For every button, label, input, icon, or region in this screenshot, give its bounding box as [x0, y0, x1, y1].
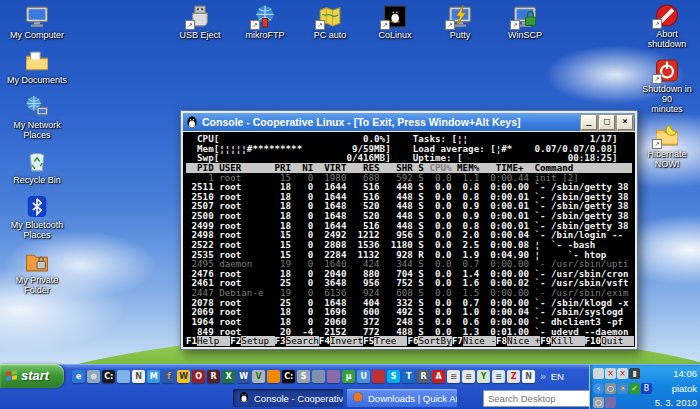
language-indicator[interactable]: EN: [551, 371, 564, 382]
fkey-f4[interactable]: F4: [319, 336, 330, 346]
desktop-icon-colinux[interactable]: ↗CoLinux: [367, 4, 423, 40]
teamviewer-icon[interactable]: T: [402, 370, 415, 383]
network-disconnected-1-icon[interactable]: ×: [605, 368, 616, 379]
console-app-icon[interactable]: C:: [102, 370, 115, 383]
red-app-icon[interactable]: [372, 370, 385, 383]
fkey-f7[interactable]: F7: [452, 336, 463, 346]
desktop-icon-my-documents[interactable]: My Documents: [6, 49, 68, 85]
tray-collapse-chevron-icon[interactable]: ‹: [593, 383, 604, 394]
notepad-icon[interactable]: N: [132, 370, 145, 383]
usb-tool-icon[interactable]: U: [357, 370, 370, 383]
maximize-button[interactable]: □: [599, 115, 615, 130]
remote-desktop-icon[interactable]: R: [417, 370, 430, 383]
tux-icon: [185, 115, 199, 129]
firefox-icon[interactable]: f: [162, 370, 175, 383]
document-1-icon[interactable]: ≡: [447, 370, 460, 383]
bluetooth-tray-icon[interactable]: B: [641, 383, 652, 394]
fkey-f10[interactable]: F10: [585, 336, 602, 346]
fkey-f1[interactable]: F1: [186, 336, 197, 346]
winscp-icon: ↗: [512, 4, 538, 29]
purple-ball-icon[interactable]: [327, 370, 340, 383]
fkey-label-search[interactable]: Search: [286, 336, 319, 346]
tray-date[interactable]: 5. 3. 2010: [655, 397, 697, 408]
messenger-icon[interactable]: M: [147, 370, 160, 383]
battery-icon[interactable]: ▮: [629, 368, 640, 379]
search-input[interactable]: [483, 390, 591, 407]
internet-explorer-icon[interactable]: e: [72, 370, 85, 383]
wireless-pc-icon[interactable]: [593, 368, 604, 379]
winamp-icon[interactable]: W: [177, 370, 190, 383]
editor-icon[interactable]: N: [522, 370, 535, 383]
desktop-icon-my-bluetooth-places[interactable]: My BluetoothPlaces: [6, 194, 68, 240]
desktop-icon-label: My NetworkPlaces: [13, 120, 61, 140]
desktop-icon-my-computer[interactable]: My Computer: [6, 4, 68, 40]
fkey-f3[interactable]: F3: [275, 336, 286, 346]
task-button-label: Downloads | Quick An...: [368, 393, 457, 404]
minimize-button[interactable]: _: [581, 115, 597, 130]
fkey-label-quit[interactable]: Quit: [601, 336, 634, 346]
my-documents-icon: [24, 49, 50, 74]
tray-weekday[interactable]: piatok: [672, 383, 697, 394]
media-player-icon[interactable]: R: [207, 370, 220, 383]
fkey-f2[interactable]: F2: [230, 336, 241, 346]
fkey-label-kill[interactable]: Kill: [551, 336, 584, 346]
desktop-icon-pc-auto[interactable]: ↗PC auto: [302, 4, 358, 40]
skype-icon[interactable]: S: [387, 370, 400, 383]
cmd-icon[interactable]: C:: [282, 370, 295, 383]
fkey-label-invert[interactable]: Invert: [330, 336, 363, 346]
desktop-icon-mikroftp[interactable]: ↗mikroFTP: [237, 4, 293, 40]
quick-launch-overflow-chevron[interactable]: »: [540, 371, 546, 382]
desktop-icon-usb-eject[interactable]: ↗USB Eject: [172, 4, 228, 40]
acrobat-icon[interactable]: A: [432, 370, 445, 383]
tray-icons: ××▮: [593, 368, 673, 379]
folder-app-icon[interactable]: [117, 370, 130, 383]
shortcut-arrow-badge: ↗: [315, 20, 325, 30]
taskbar-button-downloads-quick-an-[interactable]: Downloads | Quick An...: [347, 389, 457, 407]
red-arrows-icon[interactable]: Z: [507, 370, 520, 383]
fkey-label-help[interactable]: Help: [197, 336, 230, 346]
task-button-label: Console - Cooperativ...: [254, 393, 343, 404]
tray-row-3: ○5. 3. 2010: [593, 396, 697, 409]
antivirus-ok-icon[interactable]: ✓: [629, 383, 640, 394]
system-tray: ××▮14:06‹○☀✓Bpiatok○5. 3. 2010: [589, 365, 700, 409]
taskbar-button-console-cooperativ-[interactable]: Console - Cooperativ...: [233, 389, 343, 407]
magnifier-tray-icon[interactable]: ○: [593, 397, 604, 408]
sun-utility-icon[interactable]: ☀: [617, 383, 628, 394]
desktop-icon-shutdown-in-90-minutes[interactable]: ↗Shutdown in 90minutes: [636, 58, 698, 114]
orange-app-icon[interactable]: [267, 370, 280, 383]
desktop-icon-hibernate-now[interactable]: ↗HibernateNOW!: [636, 123, 698, 169]
fkey-f5[interactable]: F5: [363, 336, 374, 346]
desktop-icon-putty[interactable]: ↗Putty: [432, 4, 488, 40]
fkey-label-tree[interactable]: Tree: [374, 336, 407, 346]
scheduler-clock-icon[interactable]: ○: [605, 383, 616, 394]
desktop-icon-my-private-folder[interactable]: My PrivateFolder: [6, 249, 68, 295]
vnc-icon[interactable]: V: [252, 370, 265, 383]
utorrent-icon[interactable]: µ: [342, 370, 355, 383]
app-cube-icon[interactable]: [312, 370, 325, 383]
fkey-label-nice-[interactable]: Nice -: [463, 336, 496, 346]
fkey-f6[interactable]: F6: [407, 336, 418, 346]
word-icon[interactable]: W: [237, 370, 250, 383]
sync-tool-icon[interactable]: S: [297, 370, 310, 383]
start-button[interactable]: start: [0, 364, 64, 388]
fkey-f8[interactable]: F8: [496, 336, 507, 346]
fkey-label-sortby[interactable]: SortBy: [418, 336, 451, 346]
document-2-icon[interactable]: ≡: [462, 370, 475, 383]
network-disconnected-2-icon[interactable]: ×: [617, 368, 628, 379]
tray-clock[interactable]: 14:06: [673, 368, 697, 379]
desktop-icon-abort-shutdown[interactable]: ↗Abortshutdown: [636, 3, 698, 49]
desktop-icon-recycle-bin[interactable]: Recycle Bin: [6, 149, 68, 185]
tree-tool-icon[interactable]: Y: [477, 370, 490, 383]
console-titlebar[interactable]: Console - Cooperative Linux - [To Exit, …: [183, 113, 635, 131]
fkey-label-setup[interactable]: Setup: [241, 336, 274, 346]
fkey-label-nice+[interactable]: Nice +: [507, 336, 540, 346]
window-tray-icon[interactable]: [605, 397, 616, 408]
opera-icon[interactable]: O: [192, 370, 205, 383]
close-button[interactable]: ×: [617, 115, 633, 130]
desktop-icon-my-network-places[interactable]: My NetworkPlaces: [6, 94, 68, 140]
document-3-icon[interactable]: ≡: [492, 370, 505, 383]
windows-update-icon[interactable]: ⊙: [87, 370, 100, 383]
desktop-icon-winscp[interactable]: ↗WinSCP: [497, 4, 553, 40]
fkey-f9[interactable]: F9: [540, 336, 551, 346]
excel-icon[interactable]: X: [222, 370, 235, 383]
